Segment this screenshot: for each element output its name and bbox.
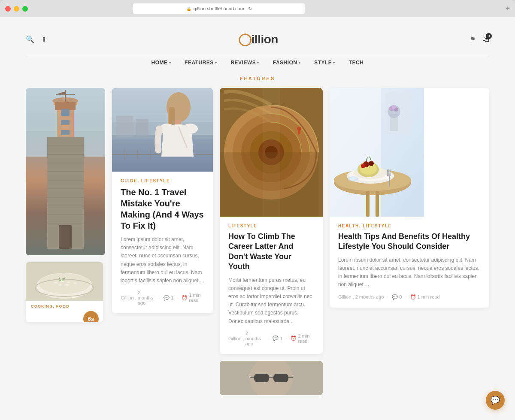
nav-home[interactable]: HOME ▾ bbox=[151, 60, 171, 66]
svg-point-27 bbox=[54, 282, 58, 284]
nav-style-arrow: ▾ bbox=[333, 61, 335, 65]
sunglasses-card-image bbox=[220, 361, 323, 395]
nav-style[interactable]: STYLE ▾ bbox=[314, 60, 335, 66]
logo-text: illion bbox=[251, 33, 278, 46]
climb-card-category: LIFESTYLE bbox=[228, 224, 314, 228]
right-column: HEALTH, LIFESTYLE Health Tips And Benefi… bbox=[330, 88, 489, 395]
travel-read-time: ⏰ 1 min read bbox=[182, 293, 204, 303]
reload-icon[interactable]: ↻ bbox=[248, 6, 252, 12]
nav-reviews-arrow: ▾ bbox=[257, 61, 259, 65]
travel-card-body: GUIDE, LIFESTYLE The No. 1 Travel Mistak… bbox=[112, 172, 213, 313]
travel-card-excerpt: Lorem ipsum dolor sit amet, consectetur … bbox=[121, 236, 204, 285]
climb-card-image bbox=[220, 88, 323, 217]
health-card-title: Health Tips And Benefits Of Healthy Life… bbox=[338, 232, 481, 252]
middle-column: LIFESTYLE How To Climb The Career Latter… bbox=[220, 88, 323, 395]
food-svg bbox=[26, 262, 103, 301]
nav-reviews-label: REVIEWS bbox=[230, 60, 256, 66]
nav-tech-label: TECH bbox=[349, 60, 364, 66]
food-card-bottom: COOKING, FOOD 6s bbox=[26, 262, 103, 322]
svg-rect-41 bbox=[136, 119, 148, 137]
climb-card-title: How To Climb The Career Latter And Don't… bbox=[228, 232, 314, 272]
svg-rect-81 bbox=[376, 191, 379, 217]
svg-rect-20 bbox=[59, 225, 72, 249]
svg-rect-80 bbox=[366, 191, 370, 217]
center-column: GUIDE, LIFESTYLE The No. 1 Travel Mistak… bbox=[112, 88, 213, 395]
nav-reviews[interactable]: REVIEWS ▾ bbox=[230, 60, 259, 66]
svg-point-51 bbox=[182, 124, 198, 134]
header-right-icons: ⚑ 🛍 0 bbox=[470, 35, 489, 43]
article-card-health: HEALTH, LIFESTYLE Health Tips And Benefi… bbox=[330, 88, 489, 308]
health-card-meta: Gillion, 2 months ago · 💬 0 · ⏰ 1 min re… bbox=[338, 294, 481, 300]
cart-badge: 0 bbox=[486, 33, 492, 39]
travel-card-category: GUIDE, LIFESTYLE bbox=[121, 178, 204, 183]
notification-icon[interactable]: ⚑ bbox=[470, 35, 476, 43]
climb-card-excerpt: Morbi fermentum purus metus, eu consequa… bbox=[228, 276, 314, 326]
travel-card-meta: Gillion, 2 months ago · 💬 1 · ⏰ 1 min re… bbox=[121, 290, 204, 305]
stairs-svg bbox=[220, 88, 323, 217]
sunglasses-svg bbox=[220, 361, 323, 395]
logo-g: ◯ bbox=[238, 33, 251, 46]
health-comments: 💬 0 bbox=[392, 294, 402, 300]
maximize-button[interactable] bbox=[22, 6, 28, 12]
left-column: COOKING, FOOD 6s bbox=[26, 88, 105, 395]
svg-point-97 bbox=[349, 177, 357, 181]
cart-wrapper[interactable]: 🛍 0 bbox=[482, 36, 489, 43]
travel-author: Gillion, 2 months ago bbox=[121, 290, 155, 305]
food-image bbox=[26, 262, 103, 301]
nav-tech[interactable]: TECH bbox=[349, 60, 364, 66]
svg-rect-71 bbox=[330, 88, 381, 217]
nav-fashion[interactable]: FASHION ▾ bbox=[273, 60, 300, 66]
climb-card-meta: Gillion, 2 months ago · 💬 1 · ⏰ 2 min re… bbox=[228, 331, 314, 346]
nav-home-arrow: ▾ bbox=[169, 61, 171, 65]
health-author: Gillion, 2 months ago bbox=[338, 294, 384, 299]
article-card-travel: GUIDE, LIFESTYLE The No. 1 Travel Mistak… bbox=[112, 88, 213, 313]
svg-point-31 bbox=[58, 284, 62, 286]
website-content: 🔍 ⬆ ◯illion ⚑ 🛍 0 HOME ▾ bbox=[0, 17, 515, 420]
health-card-excerpt: Lorem ipsum dolor sit amet, consectetur … bbox=[338, 256, 481, 289]
lock-icon: 🔒 bbox=[186, 6, 191, 11]
search-icon[interactable]: 🔍 bbox=[26, 35, 34, 43]
svg-point-88 bbox=[369, 161, 374, 166]
svg-point-30 bbox=[73, 282, 77, 284]
nav-style-label: STYLE bbox=[314, 60, 332, 66]
travel-comments: 💬 1 bbox=[164, 295, 173, 301]
header-top: 🔍 ⬆ ◯illion ⚑ 🛍 0 bbox=[26, 26, 489, 53]
svg-point-77 bbox=[392, 105, 396, 109]
nav-home-label: HOME bbox=[151, 60, 168, 66]
meta-dot-1: · bbox=[159, 295, 160, 300]
travel-card-image bbox=[112, 88, 213, 172]
food-card-category: COOKING, FOOD bbox=[26, 301, 103, 310]
main-content-area: COOKING, FOOD 6s bbox=[0, 88, 515, 395]
health-read-time: ⏰ 1 min read bbox=[410, 294, 440, 300]
svg-rect-66 bbox=[273, 374, 288, 382]
minimize-button[interactable] bbox=[14, 6, 19, 12]
nav-features[interactable]: FEATURES ▾ bbox=[185, 60, 217, 66]
url-text: gillion.shufflehound.com bbox=[194, 6, 244, 11]
chat-button[interactable]: 💬 bbox=[486, 391, 505, 410]
header-left-icons: 🔍 ⬆ bbox=[26, 35, 47, 43]
health-food-svg bbox=[330, 88, 424, 217]
travel-card-title: The No. 1 Travel Mistake You're Making (… bbox=[121, 187, 204, 231]
article-card-climb: LIFESTYLE How To Climb The Career Latter… bbox=[220, 88, 323, 354]
share-icon[interactable]: ⬆ bbox=[41, 35, 47, 43]
close-button[interactable] bbox=[5, 6, 11, 12]
browser-window: 🔒 gillion.shufflehound.com ↻ + 🔍 ⬆ ◯illi… bbox=[0, 0, 515, 420]
climb-comments: 💬 1 bbox=[273, 335, 282, 341]
nav-fashion-label: FASHION bbox=[273, 60, 297, 66]
svg-point-26 bbox=[39, 273, 90, 294]
meta-dot-2: · bbox=[177, 295, 178, 300]
nav-features-arrow: ▾ bbox=[215, 61, 217, 65]
health-card-body: HEALTH, LIFESTYLE Health Tips And Benefi… bbox=[330, 217, 489, 308]
new-tab-button[interactable]: + bbox=[505, 4, 510, 13]
address-bar[interactable]: 🔒 gillion.shufflehound.com ↻ bbox=[133, 3, 305, 14]
lighthouse-svg bbox=[26, 88, 105, 255]
nav-features-label: FEATURES bbox=[185, 60, 214, 66]
woman-photo-svg bbox=[112, 88, 213, 172]
health-card-category: HEALTH, LIFESTYLE bbox=[338, 224, 481, 228]
svg-point-32 bbox=[64, 284, 69, 286]
svg-rect-7 bbox=[61, 120, 70, 125]
climb-card-body: LIFESTYLE How To Climb The Career Latter… bbox=[220, 217, 323, 354]
climb-read-time: ⏰ 2 min read bbox=[291, 333, 314, 344]
site-logo[interactable]: ◯illion bbox=[238, 32, 278, 46]
svg-point-29 bbox=[67, 281, 70, 283]
